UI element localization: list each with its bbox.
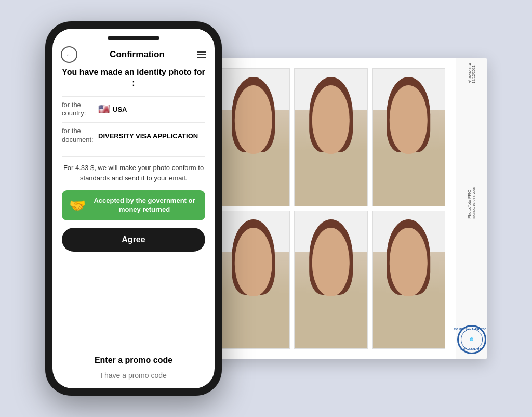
phone-notch — [52, 29, 215, 44]
menu-line-2 — [197, 54, 206, 55]
promo-section: Enter a promo code — [62, 356, 205, 388]
photo-cell-2 — [294, 68, 367, 206]
stamp-arc-bottom: ICAO · OACI · MAO — [460, 348, 483, 351]
document-value: DIVERSITY VISA APPLICATION — [98, 132, 198, 140]
portrait-6 — [373, 211, 445, 348]
phone-screen: ← Confirmation You have made an identity… — [52, 29, 215, 388]
photo-cell-3 — [372, 68, 445, 206]
menu-line-1 — [197, 51, 206, 53]
serial-number: N° 82020GA 12/12/2021 — [468, 63, 475, 83]
promo-title: Enter a promo code — [62, 356, 205, 365]
country-value: 🇺🇸 USA — [98, 103, 127, 115]
country-label: for the country: — [62, 101, 98, 119]
portrait-4 — [217, 211, 289, 348]
portrait-5 — [295, 211, 367, 348]
section-title: You have made an identity photo for : — [62, 67, 205, 89]
nav-title: Confirmation — [110, 49, 165, 60]
photo-sheet: N° 82020GA 12/12/2021 Photo/foto PRO ISO… — [206, 58, 487, 359]
scene: ← Confirmation You have made an identity… — [0, 0, 532, 417]
compliance-stamp: COMPLIANT PHOTOS 🌐 ICAO · OACI · MAO — [457, 325, 486, 354]
photo-cell-6 — [372, 211, 445, 349]
menu-line-3 — [197, 57, 206, 58]
back-button[interactable]: ← — [61, 46, 77, 63]
notch-pill — [108, 36, 159, 40]
guarantee-banner: 🤝 Accepted by the government or money re… — [62, 190, 205, 220]
handshake-icon: 🤝 — [69, 198, 86, 214]
pricing-text: For 4.33 $, we will make your photo conf… — [62, 156, 205, 183]
flag-icon: 🇺🇸 — [98, 103, 110, 115]
country-name: USA — [113, 106, 127, 113]
portrait-1 — [217, 69, 289, 206]
country-row: for the country: 🇺🇸 USA — [62, 96, 205, 123]
phone-device: ← Confirmation You have made an identity… — [45, 21, 222, 396]
agree-button[interactable]: Agree — [62, 228, 205, 252]
portrait-2 — [295, 69, 367, 206]
stamp-arc-top: COMPLIANT PHOTOS — [454, 328, 487, 331]
photo-cell-4 — [217, 211, 290, 349]
back-icon: ← — [65, 50, 73, 59]
guarantee-text: Accepted by the government or money retu… — [91, 197, 198, 214]
screen-content: You have made an identity photo for : fo… — [52, 67, 215, 388]
document-label: for the document: — [62, 127, 98, 145]
photo-cell-5 — [294, 211, 367, 349]
portrait-3 — [373, 69, 445, 206]
promo-input[interactable] — [62, 368, 205, 383]
sheet-side-panel: N° 82020GA 12/12/2021 Photo/foto PRO ISO… — [456, 58, 487, 359]
info-table: for the country: 🇺🇸 USA for the document… — [62, 96, 205, 149]
menu-button[interactable] — [197, 51, 206, 58]
brand-text: Photo/foto PRO ISO/IEC 10704 5-2005 — [467, 187, 476, 221]
photo-grid — [206, 58, 456, 359]
photo-cell-1 — [217, 68, 290, 206]
nav-bar: ← Confirmation — [52, 44, 215, 67]
stamp-center: 🌐 — [461, 329, 483, 350]
document-row: for the document: DIVERSITY VISA APPLICA… — [62, 122, 205, 149]
